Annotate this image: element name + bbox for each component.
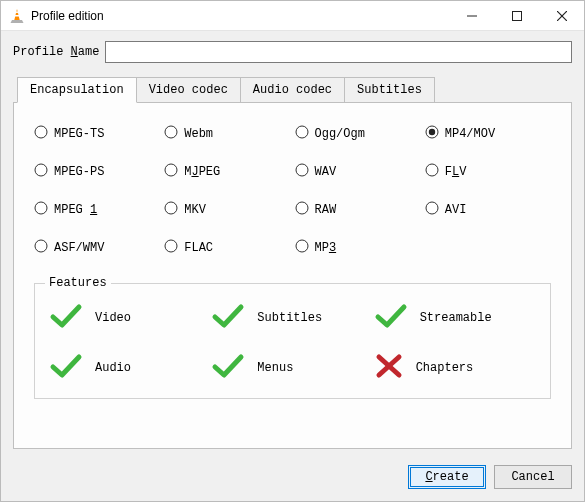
window-title: Profile edition [31,9,104,23]
radio-label: MPEG-PS [54,165,104,179]
radio-label: FLV [445,165,467,179]
radio-label: ASF/WMV [54,241,104,255]
radio-wav[interactable]: WAV [295,163,421,181]
create-button-post: reate [433,470,469,484]
radio-asf[interactable]: ASF/WMV [34,239,160,257]
cancel-button[interactable]: Cancel [494,465,572,489]
maximize-button[interactable] [494,1,539,31]
radio-label: Ogg/Ogm [315,127,365,141]
profile-name-input[interactable] [105,41,572,63]
radio-label: MP3 [315,241,337,255]
features-group: Features VideoSubtitlesStreamableAudioMe… [34,283,551,399]
feature-label: Menus [257,361,293,375]
radio-mp3[interactable]: MP3 [295,239,421,257]
svg-point-15 [296,164,308,176]
tabstrip: EncapsulationVideo codecAudio codecSubti… [17,77,572,102]
window: Profile edition Profile Name Encapsulati… [0,0,585,502]
radio-flac[interactable]: FLAC [164,239,290,257]
tab-encapsulation-page: MPEG-TSWebmOgg/OgmMP4/MOVMPEG-PSMJPEGWAV… [13,102,572,449]
minimize-icon [467,11,477,21]
svg-rect-1 [15,11,19,12]
minimize-button[interactable] [449,1,494,31]
radio-webm[interactable]: Webm [164,125,290,143]
radio-label: MP4/MOV [445,127,495,141]
features-legend: Features [45,276,111,290]
feature-label: Chapters [416,361,474,375]
feature-streamable: Streamable [374,302,536,334]
tab-audio-codec[interactable]: Audio codec [240,77,345,102]
feature-video: Video [49,302,211,334]
check-icon [211,302,245,334]
feature-chapters: Chapters [374,352,536,384]
radio-icon [425,201,439,219]
feature-label: Audio [95,361,131,375]
footer: Create Cancel [1,455,584,501]
radio-icon [164,163,178,181]
client-area: Profile Name EncapsulationVideo codecAud… [1,31,584,455]
feature-label: Streamable [420,311,492,325]
radio-icon [425,125,439,143]
radio-mpeg-ts[interactable]: MPEG-TS [34,125,160,143]
radio-mpeg1[interactable]: MPEG 1 [34,201,160,219]
titlebar: Profile edition [1,1,584,31]
cancel-button-label: Cancel [511,470,554,484]
profile-name-label: Profile Name [13,45,99,59]
radio-ogg[interactable]: Ogg/Ogm [295,125,421,143]
svg-point-23 [296,240,308,252]
radio-icon [34,125,48,143]
radio-icon [34,201,48,219]
profile-name-label-post: ame [78,45,100,59]
create-button-u: C [425,470,432,484]
radio-raw[interactable]: RAW [295,201,421,219]
radio-flv[interactable]: FLV [425,163,551,181]
svg-point-21 [35,240,47,252]
profile-name-row: Profile Name [13,41,572,63]
feature-label: Video [95,311,131,325]
radio-label: Webm [184,127,213,141]
feature-subtitles: Subtitles [211,302,373,334]
svg-point-13 [35,164,47,176]
radio-icon [34,163,48,181]
svg-point-9 [165,126,177,138]
check-icon [49,352,83,384]
tab-subtitles[interactable]: Subtitles [344,77,435,102]
svg-point-8 [35,126,47,138]
check-icon [211,352,245,384]
radio-icon [34,239,48,257]
svg-point-18 [165,202,177,214]
radio-label: AVI [445,203,467,217]
maximize-icon [512,11,522,21]
svg-point-19 [296,202,308,214]
tab-video-codec[interactable]: Video codec [136,77,241,102]
radio-icon [295,201,309,219]
radio-mpeg-ps[interactable]: MPEG-PS [34,163,160,181]
radio-label: FLAC [184,241,213,255]
svg-point-12 [429,129,435,135]
tab-encapsulation[interactable]: Encapsulation [17,77,137,103]
svg-rect-2 [15,15,20,17]
feature-menus: Menus [211,352,373,384]
radio-icon [295,163,309,181]
svg-point-10 [296,126,308,138]
cross-icon [374,352,404,384]
radio-label: MPEG 1 [54,203,97,217]
radio-icon [164,201,178,219]
radio-mjpeg[interactable]: MJPEG [164,163,290,181]
profile-name-label-pre: Profile [13,45,71,59]
radio-label: WAV [315,165,337,179]
close-button[interactable] [539,1,584,31]
svg-point-17 [35,202,47,214]
radio-label: MKV [184,203,206,217]
radio-mkv[interactable]: MKV [164,201,290,219]
radio-mp4[interactable]: MP4/MOV [425,125,551,143]
create-button[interactable]: Create [408,465,486,489]
svg-point-20 [426,202,438,214]
svg-rect-5 [512,11,521,20]
radio-label: RAW [315,203,337,217]
vlc-cone-icon [9,8,25,24]
feature-audio: Audio [49,352,211,384]
radio-label: MPEG-TS [54,127,104,141]
radio-avi[interactable]: AVI [425,201,551,219]
svg-point-14 [165,164,177,176]
svg-marker-3 [11,20,24,23]
